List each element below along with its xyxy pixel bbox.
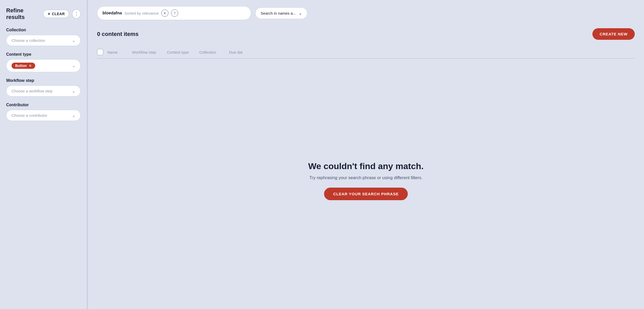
collection-filter-label: Collection: [6, 28, 81, 32]
help-icon: ?: [174, 11, 175, 15]
content-type-tag-remove[interactable]: ✕: [29, 64, 32, 68]
content-type-filter-section: Content type Button ✕ ⌄: [6, 52, 81, 72]
collection-filter-section: Collection Choose a collection ⌄: [6, 28, 81, 46]
clear-label: CLEAR: [52, 12, 65, 16]
workflow-step-dropdown[interactable]: Choose a workflow step ⌄: [6, 85, 81, 96]
content-type-chevron-icon: ⌄: [72, 64, 75, 68]
search-scope-chevron-icon: ⌄: [299, 11, 302, 16]
column-header-due-date: Due dat: [229, 50, 250, 54]
more-options-button[interactable]: ⋮: [72, 9, 81, 18]
empty-state: We couldn't find any match. Try rephrasi…: [97, 59, 635, 303]
results-count: 0 content items: [97, 31, 138, 37]
contributor-filter-label: Contributor: [6, 103, 81, 107]
search-query: bloedafna: [102, 11, 122, 15]
column-header-name: Name: [107, 50, 128, 54]
more-dots-icon: ⋮: [74, 11, 79, 17]
search-sort-label: Sorted by relevance: [125, 11, 159, 15]
top-bar: bloedafna Sorted by relevance ✕ ? Search…: [97, 6, 635, 20]
search-scope-dropdown[interactable]: Search in names a... ⌄: [255, 7, 307, 19]
collection-chevron-icon: ⌄: [72, 38, 75, 43]
workflow-step-chevron-icon: ⌄: [72, 89, 75, 93]
collection-dropdown-value: Choose a collection: [12, 38, 72, 43]
clear-button[interactable]: ✕ CLEAR: [43, 10, 69, 18]
clear-search-icon-button[interactable]: ✕: [161, 9, 168, 17]
results-header: 0 content items CREATE NEW: [97, 28, 635, 40]
content-type-tag-label: Button: [15, 64, 27, 68]
workflow-step-filter-label: Workflow step: [6, 78, 81, 83]
contributor-chevron-icon: ⌄: [72, 113, 75, 118]
content-type-dropdown-value: Button ✕: [12, 63, 72, 69]
workflow-step-dropdown-value: Choose a workflow step: [12, 89, 72, 93]
content-type-tag: Button ✕: [12, 63, 35, 69]
contributor-dropdown[interactable]: Choose a contributor ⌄: [6, 110, 81, 121]
search-scope-label: Search in names a...: [261, 11, 296, 15]
workflow-step-filter-section: Workflow step Choose a workflow step ⌄: [6, 78, 81, 96]
empty-state-subtitle: Try rephrasing your search phrase or usi…: [309, 175, 422, 180]
collection-dropdown[interactable]: Choose a collection ⌄: [6, 35, 81, 46]
main-content: bloedafna Sorted by relevance ✕ ? Search…: [88, 0, 644, 309]
x-icon: ✕: [48, 12, 50, 16]
help-icon-button[interactable]: ?: [171, 9, 178, 17]
content-type-dropdown[interactable]: Button ✕ ⌄: [6, 59, 81, 72]
create-new-button[interactable]: CREATE NEW: [592, 28, 635, 40]
clear-search-phrase-button[interactable]: CLEAR YOUR SEARCH PHRASE: [324, 188, 408, 200]
close-icon: ✕: [163, 11, 166, 15]
refine-title: Refine results: [6, 7, 40, 21]
table-header: Name Workflow step Content type Collecti…: [97, 46, 635, 59]
empty-state-title: We couldn't find any match.: [308, 161, 424, 171]
contributor-dropdown-value: Choose a contributor: [12, 113, 72, 118]
contributor-filter-section: Contributor Choose a contributor ⌄: [6, 103, 81, 121]
column-header-workflow-step: Workflow step: [132, 50, 163, 54]
sidebar-header: Refine results ✕ CLEAR ⋮: [6, 7, 81, 21]
column-header-content-type: Content type: [167, 50, 195, 54]
column-header-collection: Collection: [199, 50, 225, 54]
select-all-checkbox[interactable]: [97, 49, 103, 55]
search-bar[interactable]: bloedafna Sorted by relevance ✕ ?: [97, 6, 251, 20]
sidebar: Refine results ✕ CLEAR ⋮ Collection Choo…: [0, 0, 87, 309]
content-type-filter-label: Content type: [6, 52, 81, 57]
